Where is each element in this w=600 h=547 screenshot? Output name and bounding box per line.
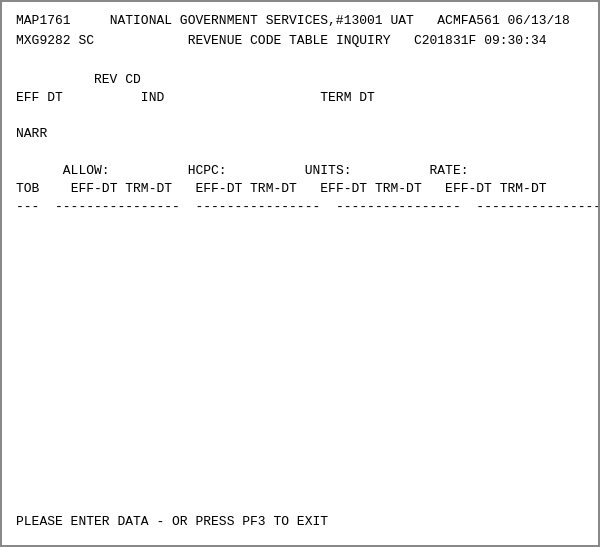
sep-dashes4: ---------------- — [336, 198, 461, 216]
sep-dashes3: ---------------- — [195, 198, 320, 216]
eff-dt-row: EFF DT IND TERM DT — [16, 89, 584, 107]
sep-dashes1: --- — [16, 198, 39, 216]
allow-label: ALLOW: — [63, 162, 110, 180]
org-name: NATIONAL GOVERNMENT SERVICES,#13001 UAT — [110, 12, 414, 30]
units-label: UNITS: — [305, 162, 352, 180]
rate-eff-trm-header: EFF-DT TRM-DT — [445, 180, 546, 198]
acmfa-code: ACMFA561 — [437, 12, 499, 30]
narr-label: NARR — [16, 125, 47, 143]
terminal-screen: MAP1761 NATIONAL GOVERNMENT SERVICES,#13… — [0, 0, 600, 547]
header-line2: MXG9282 SC REVENUE CODE TABLE INQUIRY C2… — [16, 32, 584, 50]
spacer2 — [16, 107, 584, 125]
header-line1: MAP1761 NATIONAL GOVERNMENT SERVICES,#13… — [16, 12, 584, 30]
narr-row: NARR — [16, 125, 584, 143]
header-time: 09:30:34 — [484, 32, 546, 50]
hcpc-eff-trm-header: EFF-DT TRM-DT — [195, 180, 296, 198]
c-code: C201831F — [414, 32, 476, 50]
footer: PLEASE ENTER DATA - OR PRESS PF3 TO EXIT — [16, 513, 328, 531]
tob-header: TOB — [16, 180, 39, 198]
footer-message: PLEASE ENTER DATA - OR PRESS PF3 TO EXIT — [16, 514, 328, 529]
screen-content: MAP1761 NATIONAL GOVERNMENT SERVICES,#13… — [2, 2, 598, 545]
table-col-header-row: TOB EFF-DT TRM-DT EFF-DT TRM-DT EFF-DT T… — [16, 180, 584, 198]
units-eff-trm-header: EFF-DT TRM-DT — [320, 180, 421, 198]
rate-label: RATE: — [430, 162, 469, 180]
rev-cd-label: REV CD — [94, 71, 141, 89]
mxg-code: MXG9282 — [16, 32, 71, 50]
map-id: MAP1761 — [16, 12, 71, 30]
spacer1 — [16, 52, 584, 70]
header-date: 06/13/18 — [508, 12, 570, 30]
sc-label: SC — [78, 32, 94, 50]
term-dt-label: TERM DT — [320, 89, 375, 107]
rev-cd-row: REV CD — [16, 71, 584, 89]
spacer3 — [16, 143, 584, 161]
allow-eff-trm-header: EFF-DT TRM-DT — [71, 180, 172, 198]
sep-dashes5: ---------------- — [476, 198, 600, 216]
screen-title: REVENUE CODE TABLE INQUIRY — [188, 32, 391, 50]
sep-dashes2: ---------------- — [55, 198, 180, 216]
table-label-row: ALLOW: HCPC: UNITS: RATE: — [16, 162, 584, 180]
ind-label: IND — [141, 89, 164, 107]
eff-dt-label: EFF DT — [16, 89, 63, 107]
hcpc-label: HCPC: — [188, 162, 227, 180]
table-separator-row: --- ---------------- ---------------- --… — [16, 198, 584, 216]
